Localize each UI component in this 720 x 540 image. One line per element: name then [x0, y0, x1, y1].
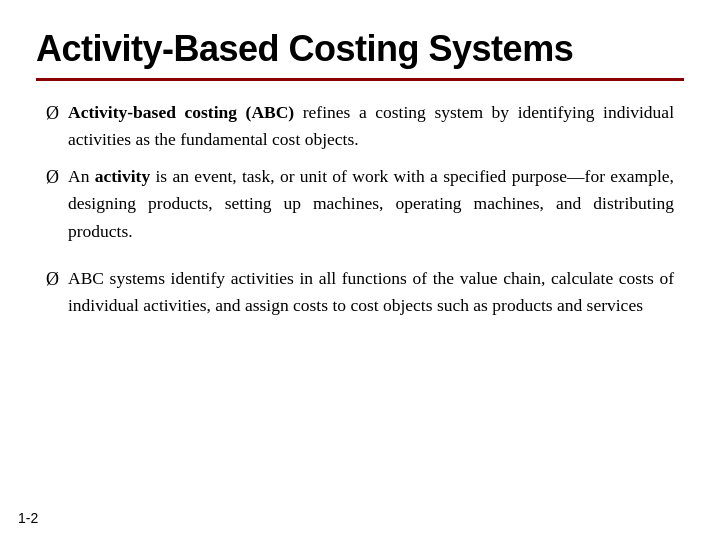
bullet-item-1: Ø Activity-based costing (ABC) refines a…	[46, 99, 674, 153]
bullet-text-3: ABC systems identify activities in all f…	[68, 265, 674, 319]
bullet-item-2: Ø An activity is an event, task, or unit…	[46, 163, 674, 244]
bullet-text-1: Activity-based costing (ABC) refines a c…	[68, 99, 674, 153]
bullet-symbol-3: Ø	[46, 266, 68, 294]
term-activity: activity	[95, 166, 150, 186]
bullet-block-2: Ø ABC systems identify activities in all…	[46, 265, 674, 319]
bullet-item-3: Ø ABC systems identify activities in all…	[46, 265, 674, 319]
slide-container: Activity-Based Costing Systems Ø Activit…	[0, 0, 720, 540]
bullet-block-1: Ø Activity-based costing (ABC) refines a…	[46, 99, 674, 245]
slide-title: Activity-Based Costing Systems	[36, 28, 684, 70]
bullet-symbol-2: Ø	[46, 164, 68, 192]
slide-number: 1-2	[18, 510, 38, 526]
content-area: Ø Activity-based costing (ABC) refines a…	[36, 99, 684, 319]
term-abc: Activity-based costing (ABC)	[68, 102, 294, 122]
bullet-text-2: An activity is an event, task, or unit o…	[68, 163, 674, 244]
title-section: Activity-Based Costing Systems	[36, 28, 684, 81]
bullet-symbol-1: Ø	[46, 100, 68, 128]
